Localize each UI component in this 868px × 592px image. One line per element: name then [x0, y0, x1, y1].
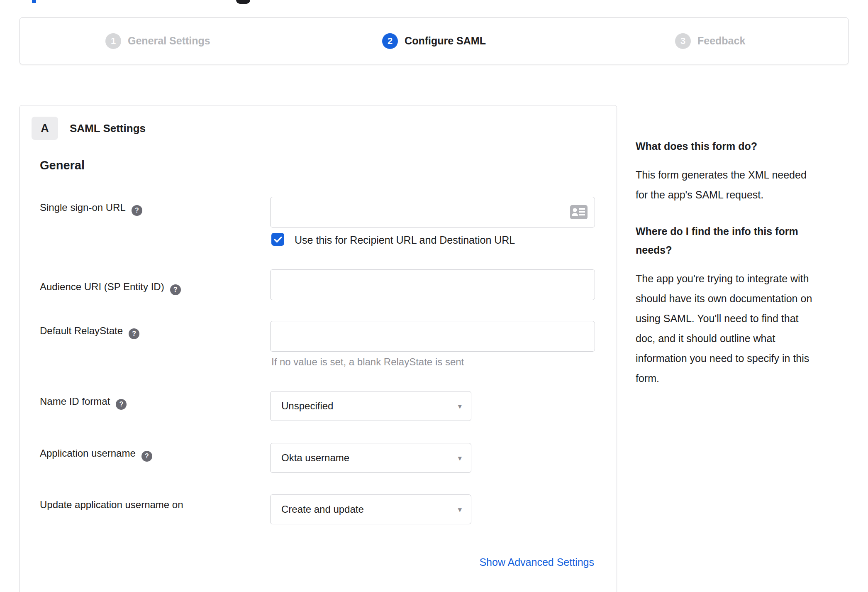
- help-icon[interactable]: ?: [132, 205, 142, 216]
- section-title: SAML Settings: [70, 122, 146, 135]
- help-icon[interactable]: ?: [116, 399, 127, 410]
- configure-saml-page: 1 General Settings 2 Configure SAML 3 Fe…: [0, 0, 868, 592]
- default-relaystate-label: Default RelayState?: [40, 325, 139, 339]
- sso-url-input[interactable]: [270, 197, 595, 228]
- step-3-number-badge: 3: [675, 33, 691, 49]
- name-id-format-label: Name ID format?: [40, 396, 127, 410]
- cutoff-dark-artifact: [236, 0, 250, 4]
- help-icon[interactable]: ?: [141, 451, 152, 462]
- checkmark-icon: [274, 236, 282, 243]
- step-feedback[interactable]: 3 Feedback: [572, 18, 848, 64]
- sso-url-label: Single sign-on URL?: [40, 202, 142, 216]
- audience-uri-input[interactable]: [270, 269, 595, 300]
- step-2-label: Configure SAML: [405, 35, 486, 47]
- step-configure-saml[interactable]: 2 Configure SAML: [296, 18, 572, 64]
- step-3-label: Feedback: [697, 35, 745, 47]
- step-general-settings[interactable]: 1 General Settings: [20, 18, 296, 64]
- sidebar-heading-where: Where do I find the info this form needs…: [636, 222, 849, 259]
- chevron-down-icon: ▾: [458, 401, 462, 411]
- update-application-username-label: Update application username on: [40, 499, 183, 511]
- sidebar-heading-what: What does this form do?: [636, 137, 849, 156]
- sidebar-paragraph-where: The app you're trying to integrate with …: [636, 269, 849, 388]
- application-username-label: Application username?: [40, 448, 152, 462]
- section-a-badge: A: [32, 117, 58, 140]
- wizard-stepper: 1 General Settings 2 Configure SAML 3 Fe…: [20, 17, 848, 64]
- help-icon[interactable]: ?: [129, 328, 139, 339]
- application-username-select[interactable]: Okta username ▾: [270, 443, 471, 473]
- group-title-general: General: [40, 159, 85, 172]
- audience-uri-label: Audience URI (SP Entity ID)?: [40, 281, 181, 295]
- update-application-username-select[interactable]: Create and update ▾: [270, 494, 471, 524]
- step-2-number-badge: 2: [382, 33, 398, 49]
- default-relaystate-input[interactable]: [270, 321, 595, 352]
- relaystate-hint: If no value is set, a blank RelayState i…: [271, 356, 464, 368]
- chevron-down-icon: ▾: [458, 505, 462, 514]
- step-1-number-badge: 1: [105, 33, 121, 49]
- step-1-label: General Settings: [128, 35, 210, 47]
- saml-settings-panel: A SAML Settings General Single sign-on U…: [20, 105, 617, 592]
- application-username-value: Okta username: [281, 452, 349, 464]
- recipient-url-checkbox[interactable]: [271, 233, 284, 246]
- name-id-format-value: Unspecified: [281, 400, 333, 412]
- cutoff-blue-artifact: [32, 0, 36, 3]
- help-sidebar: What does this form do? This form genera…: [636, 137, 849, 406]
- recipient-url-checkbox-label[interactable]: Use this for Recipient URL and Destinati…: [295, 234, 515, 246]
- show-advanced-settings-link[interactable]: Show Advanced Settings: [479, 556, 594, 568]
- help-icon[interactable]: ?: [170, 284, 181, 295]
- update-application-username-value: Create and update: [281, 504, 364, 515]
- chevron-down-icon: ▾: [458, 453, 462, 463]
- name-id-format-select[interactable]: Unspecified ▾: [270, 391, 471, 421]
- sidebar-paragraph-what: This form generates the XML needed for t…: [636, 165, 849, 205]
